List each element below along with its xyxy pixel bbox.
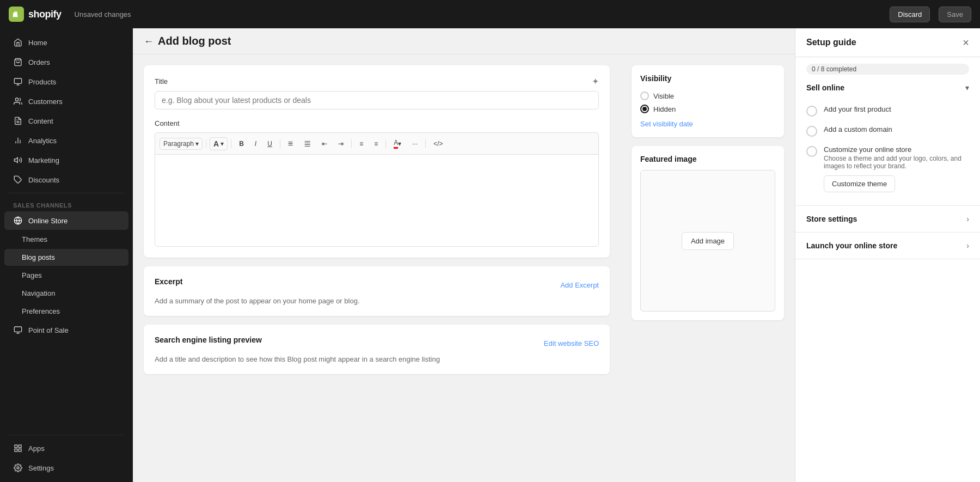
add-excerpt-link[interactable]: Add Excerpt: [560, 281, 599, 289]
right-panel: Visibility Visible Hidden Set visibility…: [621, 54, 795, 482]
toolbar-divider-5: [385, 139, 386, 148]
color-button[interactable]: A ▾: [389, 137, 406, 151]
svg-point-4: [15, 98, 18, 101]
sidebar-item-blog-posts[interactable]: Blog posts: [4, 249, 128, 266]
hidden-radio[interactable]: [640, 105, 649, 113]
sidebar-item-pos[interactable]: Point of Sale: [4, 321, 128, 339]
underline-label: U: [267, 140, 272, 148]
indent-less-button[interactable]: ⇤: [317, 138, 332, 150]
visible-label: Visible: [653, 92, 674, 100]
sidebar-item-navigation[interactable]: Navigation: [4, 285, 128, 302]
custom-domain-check: [806, 126, 817, 137]
setup-item-customize-store: Customize your online store Choose a the…: [806, 141, 969, 197]
sidebar-item-apps[interactable]: Apps: [4, 439, 128, 457]
sidebar-item-marketing[interactable]: Marketing: [4, 151, 128, 169]
hidden-label: Hidden: [653, 105, 676, 113]
title-content-card: Title ✦ Content Paragraph ▾: [144, 65, 610, 258]
custom-domain-label: Add a custom domain: [824, 125, 892, 133]
pos-icon: [13, 325, 23, 335]
toolbar-divider-2: [231, 139, 231, 148]
sidebar-item-preferences[interactable]: Preferences: [4, 303, 128, 320]
back-button[interactable]: ←: [144, 36, 154, 46]
sidebar-item-label: Products: [28, 78, 56, 86]
toolbar-divider-6: [425, 139, 426, 148]
sidebar-item-customers[interactable]: Customers: [4, 92, 128, 111]
launch-store-chevron: ›: [966, 241, 969, 250]
seo-description: Add a title and description to see how t…: [155, 355, 599, 363]
excerpt-header: Excerpt Add Excerpt: [155, 277, 599, 292]
customers-icon: [13, 96, 23, 106]
svg-point-21: [17, 467, 19, 469]
set-visibility-date-link[interactable]: Set visibility date: [640, 120, 693, 128]
sidebar-divider-bottom: [9, 435, 124, 435]
align-left-button[interactable]: ≡: [355, 138, 367, 150]
seo-card: Search engine listing preview Edit websi…: [144, 325, 610, 374]
sidebar-item-label: Orders: [28, 58, 50, 66]
add-product-check: [806, 106, 817, 117]
customize-store-check: [806, 146, 817, 157]
setup-close-button[interactable]: ×: [963, 37, 969, 48]
italic-label: I: [255, 140, 256, 148]
sidebar-item-pages[interactable]: Pages: [4, 267, 128, 284]
rte-body[interactable]: [155, 154, 599, 247]
underline-button[interactable]: U: [263, 138, 277, 150]
setup-body: Sell online ▾ Add your first product Add…: [795, 75, 980, 482]
title-input-wrapper: [155, 91, 599, 109]
content-wrapper: Title ✦ Content Paragraph ▾: [133, 54, 795, 482]
font-dropdown[interactable]: A ▾: [210, 137, 228, 150]
sell-online-header[interactable]: Sell online ▾: [795, 75, 980, 101]
featured-image-dropzone[interactable]: Add image: [640, 170, 775, 312]
svg-rect-14: [14, 327, 21, 332]
bullet-list-button[interactable]: ≡: [284, 137, 297, 151]
toolbar-divider-1: [206, 139, 206, 148]
add-image-button[interactable]: Add image: [682, 232, 734, 250]
sidebar-item-content[interactable]: Content: [4, 112, 128, 130]
customize-store-desc: Choose a theme and add your logo, colors…: [824, 155, 969, 170]
editor-main: Title ✦ Content Paragraph ▾: [133, 54, 621, 482]
align-center-button[interactable]: ≡: [370, 138, 382, 150]
discounts-icon: [13, 175, 23, 185]
customize-store-text: Customize your online store Choose a the…: [824, 145, 969, 192]
font-label: A: [213, 139, 219, 148]
sidebar-item-analytics[interactable]: Analytics: [4, 131, 128, 150]
ordered-list-button[interactable]: ≣: [299, 136, 315, 151]
setup-item-add-product: Add your first product: [806, 101, 969, 121]
visible-radio[interactable]: [640, 91, 649, 100]
content-icon: [13, 116, 23, 126]
save-button[interactable]: Save: [939, 7, 971, 22]
sidebar-item-themes[interactable]: Themes: [4, 231, 128, 248]
sidebar-item-online-store[interactable]: Online Store: [4, 211, 128, 230]
launch-store-header[interactable]: Launch your online store ›: [795, 233, 980, 259]
svg-rect-19: [19, 449, 21, 452]
visibility-hidden-option[interactable]: Hidden: [640, 102, 775, 115]
sidebar-item-settings[interactable]: Settings: [4, 459, 128, 477]
app-layout: Home Orders Products Customers Content: [0, 28, 980, 482]
customize-theme-button[interactable]: Customize theme: [824, 175, 895, 192]
setup-guide-title: Setup guide: [806, 38, 856, 47]
store-settings-header[interactable]: Store settings ›: [795, 206, 980, 232]
italic-button[interactable]: I: [250, 138, 261, 150]
sidebar-item-label: Home: [28, 39, 47, 47]
sidebar-item-label: Discounts: [28, 176, 59, 184]
sidebar-item-discounts[interactable]: Discounts: [4, 170, 128, 189]
discard-button[interactable]: Discard: [890, 7, 930, 22]
sidebar-item-home[interactable]: Home: [4, 33, 128, 52]
themes-label: Themes: [22, 235, 47, 243]
visibility-visible-option[interactable]: Visible: [640, 89, 775, 102]
more-button[interactable]: ···: [408, 138, 422, 150]
edit-seo-link[interactable]: Edit website SEO: [544, 339, 599, 347]
sidebar-item-label: Content: [28, 117, 53, 125]
paragraph-dropdown[interactable]: Paragraph ▾: [160, 138, 203, 150]
seo-title: Search engine listing preview: [155, 335, 262, 344]
indent-more-button[interactable]: ⇥: [334, 138, 348, 150]
code-view-button[interactable]: </>: [429, 138, 447, 150]
title-input[interactable]: [155, 91, 599, 109]
apps-icon: [13, 443, 23, 453]
sidebar-item-products[interactable]: Products: [4, 72, 128, 91]
settings-label: Settings: [28, 464, 54, 472]
topbar: shopify Unsaved changes Discard Save: [0, 0, 980, 28]
sidebar: Home Orders Products Customers Content: [0, 28, 133, 482]
bold-button[interactable]: B: [235, 138, 248, 150]
launch-store-title: Launch your online store: [806, 241, 897, 250]
sidebar-item-orders[interactable]: Orders: [4, 53, 128, 71]
